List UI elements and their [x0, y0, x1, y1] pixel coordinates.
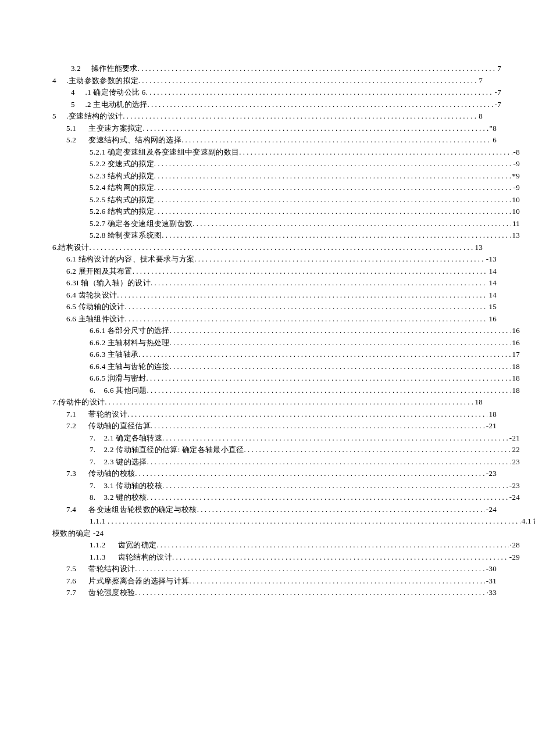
- toc-label: 7.传动件的设计: [52, 396, 105, 409]
- toc-page-number: 10: [511, 194, 520, 206]
- toc-label: 6.5 传动轴的设计: [66, 301, 125, 313]
- toc-leader-dots: [239, 146, 512, 158]
- toc-entry: 5.2.6 结构式的拟定10: [52, 206, 520, 218]
- toc-leader-dots: [156, 539, 509, 551]
- toc-label: 带轮结构设计: [88, 563, 135, 575]
- toc-prefix: 6.: [90, 385, 104, 397]
- toc-prefix: 7.2: [66, 420, 88, 432]
- toc-entry: 6.6.2 主轴材料与热处理16: [52, 337, 520, 349]
- toc-page-number: 22: [511, 444, 520, 456]
- toc-page-number: 18: [511, 372, 520, 385]
- toc-leader-dots: [154, 158, 512, 170]
- toc-page-number: -13: [485, 253, 497, 266]
- toc-entry: 7.5 带轮结构设计-30: [52, 563, 497, 575]
- toc-page-number: 8: [477, 110, 483, 123]
- toc-leader-dots: [154, 182, 512, 194]
- toc-entry: 7. 2.1 确定各轴转速 -21: [52, 432, 520, 445]
- toc-entry: 8. 3.2 键的校核-24: [52, 492, 520, 504]
- toc-label: 3.1 传动轴的校核: [104, 480, 163, 492]
- toc-label: 传动轴的直径估算: [88, 420, 150, 432]
- toc-label: 6.6.3 主轴轴承: [90, 349, 138, 361]
- toc-leader-dots: [154, 206, 511, 217]
- toc-label: 6.6 主轴组件设计: [66, 313, 125, 325]
- toc-leader-dots: [154, 170, 511, 182]
- toc-label: 6.2 展开图及其布置: [66, 266, 133, 278]
- toc-entry: 7.6 片式摩擦离合器的选择与计算-31: [52, 575, 497, 587]
- toc-entry: 5.2.2 变速式的拟定 -9: [52, 158, 520, 170]
- toc-entry: 1.1.1 4.1 齿轮: [52, 515, 535, 528]
- toc-page-number: 16: [511, 325, 520, 337]
- toc-page-number: -31: [485, 575, 497, 587]
- toc-page-number: 16: [487, 313, 497, 325]
- toc-leader-dots: [151, 420, 485, 432]
- toc-leader-dots: [162, 230, 511, 241]
- toc-entry: 5 .变速结构的设计 8: [52, 110, 483, 123]
- toc-label: 5.2.6 结构式的拟定: [90, 206, 154, 218]
- toc-leader-dots: [244, 444, 511, 456]
- toc-leader-dots: [138, 75, 477, 87]
- toc-leader-dots: [138, 349, 511, 360]
- toc-page-number: -21: [508, 432, 520, 445]
- toc-entry: 6.4 齿轮块设计 14: [52, 289, 497, 302]
- toc-label: 主变速方案拟定: [88, 123, 142, 135]
- toc-label: 6.6.2 主轴材料与热处理: [90, 337, 169, 349]
- toc-entry: 3.2 操作性能要求 7: [52, 63, 501, 75]
- toc-label: 2.3 键的选择: [104, 456, 147, 468]
- toc-entry: 6.5 传动轴的设计15: [52, 301, 497, 313]
- toc-block: 3.2 操作性能要求 74 .主动参数参数的拟定 74 .1 确定传动公比 6 …: [52, 63, 483, 599]
- toc-leader-dots: [125, 301, 488, 313]
- toc-prefix: 7.6: [66, 575, 88, 587]
- toc-entry: 6.3I 轴（输入轴）的设计 14: [52, 277, 497, 289]
- toc-prefix: 7.4: [66, 504, 88, 516]
- toc-prefix: 7.7: [66, 587, 88, 599]
- toc-prefix: 4: [52, 75, 67, 87]
- toc-page-number: 10: [511, 206, 520, 218]
- toc-leader-dots: [147, 372, 511, 384]
- toc-leader-dots: [135, 563, 485, 575]
- toc-entry: 7.1 带轮的设计 18: [52, 409, 497, 421]
- toc-entry: 7.3 传动轴的校核 -23: [52, 468, 497, 480]
- toc-page-number: 18: [487, 409, 497, 421]
- toc-leader-dots: [189, 575, 484, 587]
- toc-entry: 5.2.3 结构式的拟定 *9: [52, 170, 520, 182]
- toc-label: 6.结构设计: [52, 242, 90, 254]
- toc-leader-dots: [169, 325, 511, 336]
- toc-page-number: -29: [508, 551, 520, 564]
- toc-leader-dots: [108, 515, 520, 527]
- toc-label: 2.1 确定各轴转速: [104, 432, 163, 445]
- toc-prefix: 5: [52, 110, 67, 123]
- toc-page-number: 4.1 齿轮: [520, 515, 535, 528]
- toc-label: 6.3I 轴（输入轴）的设计: [66, 277, 151, 289]
- toc-leader-dots: [192, 218, 511, 230]
- toc-entry: 1.1.2 齿宽的确定 ·28: [52, 539, 520, 551]
- toc-entry: 7.2 传动轴的直径估算 -21: [52, 420, 497, 432]
- toc-entry: 5.2.7 确定各变速组变速副齿数11: [52, 218, 520, 230]
- toc-leader-dots: [147, 456, 511, 468]
- toc-leader-dots: [105, 396, 473, 408]
- toc-prefix: 8.: [90, 492, 104, 504]
- toc-label: .2 主电动机的选择: [85, 99, 148, 111]
- toc-leader-dots: [127, 409, 487, 420]
- toc-prefix: 4: [71, 87, 85, 99]
- toc-label: .变速结构的设计: [67, 110, 123, 123]
- toc-leader-dots: [125, 313, 488, 325]
- toc-label: 6.4 齿轮块设计: [66, 289, 117, 302]
- toc-prefix: 5: [71, 99, 85, 111]
- toc-page-number: 7: [496, 63, 501, 75]
- toc-entry: 6.6.4 主轴与齿轮的连接18: [52, 361, 520, 373]
- toc-leader-dots: [162, 480, 508, 492]
- toc-entry: 7.传动件的设计 18: [52, 396, 483, 409]
- toc-prefix: 1.1.2: [90, 539, 118, 551]
- toc-prefix: 3.2: [71, 63, 91, 75]
- toc-prefix: 1.1.1: [90, 515, 108, 528]
- toc-entry: 7. 2.2 传动轴直径的估算: 确定各轴最小直径22: [52, 444, 520, 456]
- toc-entry: 5.2.1 确定变速组及各变速组中变速副的数目 -8: [52, 146, 520, 159]
- toc-label: 3.2 键的校核: [104, 492, 147, 504]
- toc-leader-dots: [133, 266, 488, 277]
- toc-prefix: 7.: [90, 432, 104, 445]
- toc-leader-dots: [148, 99, 494, 110]
- toc-page-number: 13: [511, 230, 520, 242]
- toc-prefix: 7.: [90, 456, 104, 468]
- toc-page-number: 14: [487, 289, 497, 302]
- toc-entry: 5.2.8 绘制变速系统图13: [52, 230, 520, 242]
